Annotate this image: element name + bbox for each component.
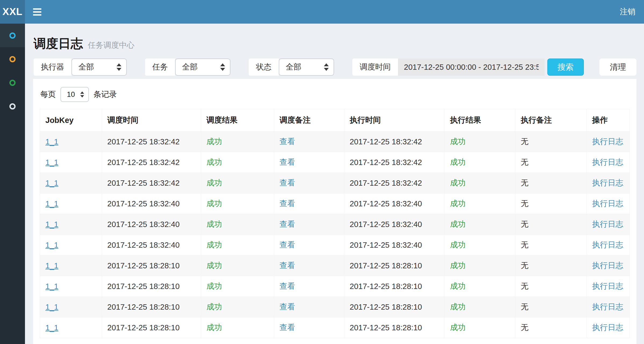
trigger-time-cell: 2017-12-25 18:32:40 [102, 193, 201, 214]
search-button[interactable]: 搜索 [547, 58, 584, 76]
trigger-msg-link[interactable]: 查看 [280, 323, 295, 332]
page-title: 调度日志 [34, 35, 83, 52]
trigger-result-cell: 成功 [201, 214, 274, 235]
trigger-time-cell: 2017-12-25 18:28:10 [102, 317, 201, 338]
handle-time-cell: 2017-12-25 18:28:10 [344, 276, 444, 297]
trigger-result-cell: 成功 [201, 317, 274, 338]
exec-log-link[interactable]: 执行日志 [592, 137, 623, 146]
jobkey-link[interactable]: 1_1 [45, 220, 58, 229]
handle-msg-cell: 无 [515, 193, 587, 214]
trigger-time-cell: 2017-12-25 18:32:42 [102, 173, 201, 193]
trigger-msg-link[interactable]: 查看 [280, 302, 295, 311]
handle-time-cell: 2017-12-25 18:32:42 [344, 152, 444, 173]
jobkey-link[interactable]: 1_1 [45, 303, 58, 311]
handle-msg-cell: 无 [515, 317, 587, 338]
select-caret-icon [117, 63, 121, 71]
trigger-msg-link[interactable]: 查看 [280, 178, 295, 187]
col-jobkey: JobKey [40, 109, 102, 131]
page-size-control: 每页 10 条记录 [40, 87, 630, 102]
trigger-msg-link[interactable]: 查看 [280, 261, 295, 270]
executor-select[interactable]: 全部 [71, 58, 127, 76]
handle-result-cell: 成功 [444, 276, 515, 297]
sidebar-item-4[interactable] [0, 94, 25, 118]
exec-log-link[interactable]: 执行日志 [592, 261, 623, 270]
table-row: 1_1 2017-12-25 18:32:42 成功 查看 2017-12-25… [40, 131, 630, 152]
hamburger-icon [33, 8, 41, 10]
trigger-time-cell: 2017-12-25 18:32:42 [102, 152, 201, 173]
exec-log-link[interactable]: 执行日志 [592, 178, 623, 187]
trigger-msg-link[interactable]: 查看 [280, 158, 295, 166]
trigger-msg-link[interactable]: 查看 [280, 137, 295, 146]
jobkey-link[interactable]: 1_1 [45, 261, 58, 270]
trigger-time-cell: 2017-12-25 18:32:40 [102, 235, 201, 255]
handle-result-cell: 成功 [444, 297, 515, 317]
table-row: 1_1 2017-12-25 18:28:10 成功 查看 2017-12-25… [40, 255, 630, 276]
circle-outline-icon [9, 56, 16, 62]
sidebar-toggle-button[interactable] [25, 0, 49, 24]
col-trigger-result: 调度结果 [201, 109, 274, 131]
handle-time-cell: 2017-12-25 18:32:40 [344, 214, 444, 235]
table-row: 1_1 2017-12-25 18:32:42 成功 查看 2017-12-25… [40, 152, 630, 173]
handle-result-cell: 成功 [444, 173, 515, 193]
log-panel: 每页 10 条记录 JobKey 调度时间 调度结果 调度备 [33, 79, 636, 344]
trigger-msg-link[interactable]: 查看 [280, 240, 295, 249]
trigger-result-cell: 成功 [201, 193, 274, 214]
table-row: 1_1 2017-12-25 18:28:10 成功 查看 2017-12-25… [40, 317, 630, 338]
jobkey-link[interactable]: 1_1 [45, 137, 58, 146]
logout-button[interactable]: 注销 [611, 0, 644, 24]
table-row: 1_1 2017-12-25 18:28:10 成功 查看 2017-12-25… [40, 276, 630, 297]
status-label: 状态 [249, 58, 279, 76]
sidebar-item-3[interactable] [0, 71, 25, 94]
exec-log-link[interactable]: 执行日志 [592, 323, 623, 332]
handle-result-cell: 成功 [444, 152, 515, 173]
circle-outline-icon [9, 80, 16, 86]
handle-msg-cell: 无 [515, 152, 587, 173]
handle-time-cell: 2017-12-25 18:32:40 [344, 235, 444, 255]
jobkey-link[interactable]: 1_1 [45, 282, 58, 291]
handle-result-cell: 成功 [444, 193, 515, 214]
page-size-prefix: 每页 [40, 89, 56, 100]
table-row: 1_1 2017-12-25 18:28:10 成功 查看 2017-12-25… [40, 297, 630, 317]
app-logo[interactable]: XXL [0, 0, 25, 24]
jobkey-link[interactable]: 1_1 [45, 323, 58, 332]
exec-log-link[interactable]: 执行日志 [592, 220, 623, 228]
executor-select-value: 全部 [78, 62, 94, 72]
jobkey-link[interactable]: 1_1 [45, 199, 58, 208]
trigger-time-filter-group: 调度时间 [352, 58, 545, 76]
handle-result-cell: 成功 [444, 214, 515, 235]
trigger-msg-link[interactable]: 查看 [280, 220, 295, 228]
clear-button[interactable]: 清理 [599, 58, 636, 76]
handle-result-cell: 成功 [444, 131, 515, 152]
page-subtitle: 任务调度中心 [88, 40, 135, 51]
exec-log-link[interactable]: 执行日志 [592, 302, 623, 311]
jobkey-link[interactable]: 1_1 [45, 179, 58, 187]
jobkey-link[interactable]: 1_1 [45, 241, 58, 249]
trigger-time-range-input[interactable] [398, 58, 545, 76]
exec-log-link[interactable]: 执行日志 [592, 158, 623, 166]
sidebar-item-2[interactable] [0, 47, 25, 71]
jobkey-link[interactable]: 1_1 [45, 158, 58, 167]
trigger-msg-link[interactable]: 查看 [280, 282, 295, 290]
page-size-select[interactable]: 10 [60, 87, 89, 102]
trigger-result-cell: 成功 [201, 276, 274, 297]
col-handle-msg: 执行备注 [515, 109, 587, 131]
hamburger-icon [33, 14, 41, 16]
job-label: 任务 [145, 58, 175, 76]
handle-time-cell: 2017-12-25 18:28:10 [344, 317, 444, 338]
app-window: XXL 注销 调度日志 任务调度中心 执行器 [0, 0, 644, 344]
filter-bar: 执行器 全部 任务 全部 状态 全部 [34, 58, 636, 76]
status-select[interactable]: 全部 [279, 58, 334, 76]
select-caret-icon [220, 63, 225, 71]
exec-log-link[interactable]: 执行日志 [592, 282, 623, 290]
page-header: 调度日志 任务调度中心 [25, 24, 644, 52]
exec-log-link[interactable]: 执行日志 [592, 240, 623, 249]
sidebar-item-1[interactable] [0, 24, 25, 47]
trigger-msg-link[interactable]: 查看 [280, 199, 295, 208]
job-select[interactable]: 全部 [175, 58, 230, 76]
exec-log-link[interactable]: 执行日志 [592, 199, 623, 208]
handle-msg-cell: 无 [515, 276, 587, 297]
handle-result-cell: 成功 [444, 255, 515, 276]
trigger-result-cell: 成功 [201, 131, 274, 152]
circle-outline-icon [9, 32, 16, 39]
table-row: 1_1 2017-12-25 18:32:40 成功 查看 2017-12-25… [40, 235, 630, 255]
